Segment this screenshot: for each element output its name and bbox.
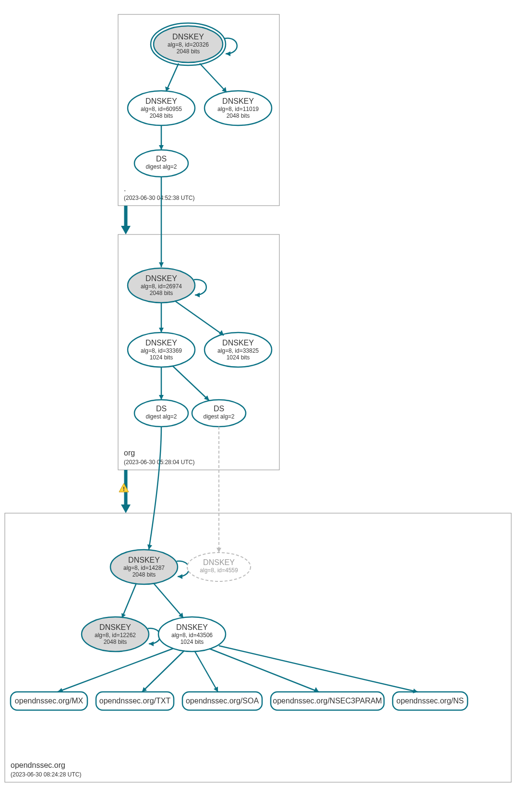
node-org-ds2-l1: digest alg=2	[203, 413, 234, 420]
node-leaf-ghost[interactable]: DNSKEY alg=8, id=4559	[187, 553, 251, 581]
edge-org-ksk-self	[194, 280, 206, 295]
rrset-txt[interactable]: opendnssec.org/TXT	[96, 692, 174, 710]
node-leaf-zskg-l1: alg=8, id=12262	[95, 632, 136, 639]
node-org-ds1-title: DS	[156, 405, 167, 413]
node-root-ksk-l1: alg=8, id=20326	[168, 41, 209, 48]
node-org-zsk-33825[interactable]: DNSKEY alg=8, id=33825 1024 bits	[204, 332, 272, 367]
edge-zsk-soa	[195, 652, 218, 692]
arrow-rootds-orgksk	[159, 262, 164, 267]
node-org-zsk1-title: DNSKEY	[145, 339, 177, 347]
arrow-org-ksk-self	[195, 293, 200, 297]
edge-rootksk-zsk2	[200, 63, 227, 92]
rrset-txt-label: opendnssec.org/TXT	[99, 697, 171, 705]
node-root-zsk-11019[interactable]: DNSKEY alg=8, id=11019 2048 bits	[204, 91, 272, 125]
node-leaf-zskg-title: DNSKEY	[99, 623, 131, 631]
svg-text:!: !	[123, 486, 125, 492]
node-leaf-ksk-l1: alg=8, id=14287	[123, 565, 165, 571]
node-root-ksk-title: DNSKEY	[172, 33, 204, 41]
edge-zsk-nsec	[209, 649, 319, 692]
node-leaf-zsk-12262[interactable]: DNSKEY alg=8, id=12262 2048 bits	[82, 617, 149, 652]
node-leaf-ksk[interactable]: DNSKEY alg=8, id=14287 2048 bits	[110, 550, 178, 584]
rrset-ns-label: opendnssec.org/NS	[397, 697, 464, 705]
node-org-zsk2-title: DNSKEY	[222, 339, 254, 347]
arrow-orgds1-leafksk	[147, 544, 152, 550]
rrset-nsec3param[interactable]: opendnssec.org/NSEC3PARAM	[271, 692, 384, 710]
node-leaf-ghost-title: DNSKEY	[203, 558, 235, 566]
rrset-mx-label: opendnssec.org/MX	[15, 697, 84, 705]
edge-rootksk-zsk1	[166, 63, 179, 91]
node-root-ds-l1: digest alg=2	[145, 163, 177, 170]
node-org-ksk[interactable]: DNSKEY alg=8, id=26974 2048 bits	[128, 268, 195, 303]
node-org-zsk-33369[interactable]: DNSKEY alg=8, id=33369 1024 bits	[128, 332, 195, 367]
node-leaf-zsk-l1: alg=8, id=43506	[171, 632, 213, 639]
arrow-orgzsk1-ds1	[159, 395, 164, 400]
edge-leafksk-zsk	[154, 583, 183, 618]
node-leaf-zsk-43506[interactable]: DNSKEY alg=8, id=43506 1024 bits	[158, 617, 226, 652]
arrow-org-to-leaf-deleg	[121, 504, 131, 513]
node-org-ds2-title: DS	[214, 405, 224, 413]
node-root-zsk2-l2: 2048 bits	[227, 112, 250, 119]
node-leaf-zsk-l2: 1024 bits	[180, 639, 204, 645]
node-root-ksk[interactable]: DNSKEY alg=8, id=20326 2048 bits	[151, 23, 226, 65]
arrow-root-to-org-deleg	[121, 226, 131, 234]
edge-orgksk-zsk2	[175, 301, 224, 335]
zone-root-timestamp: (2023-06-30 04:52:38 UTC)	[124, 195, 194, 201]
arrow-leaf-ksk-self	[178, 574, 182, 579]
node-root-ds-title: DS	[156, 155, 167, 163]
node-org-ds2[interactable]: DS digest alg=2	[192, 400, 246, 427]
node-root-zsk-60955[interactable]: DNSKEY alg=8, id=60955 2048 bits	[128, 91, 195, 125]
zone-leaf-timestamp: (2023-06-30 08:24:28 UTC)	[11, 771, 81, 778]
node-org-zsk2-l1: alg=8, id=33825	[217, 347, 259, 354]
node-leaf-ksk-title: DNSKEY	[128, 556, 160, 564]
edge-orgds1-leafksk	[149, 427, 161, 550]
arrow-orgds2-ghost	[216, 548, 221, 553]
node-root-ksk-l2: 2048 bits	[177, 48, 200, 55]
node-root-zsk2-title: DNSKEY	[222, 97, 254, 105]
arrow-rootzsk1-ds	[159, 145, 164, 150]
edge-leafksk-zskg	[122, 583, 136, 618]
node-org-ksk-l1: alg=8, id=26974	[141, 283, 182, 290]
node-leaf-ksk-l2: 2048 bits	[132, 571, 156, 578]
rrset-mx[interactable]: opendnssec.org/MX	[11, 692, 87, 710]
edge-zsk-ns	[219, 646, 418, 692]
arrow-root-ksk-self	[226, 51, 230, 56]
zone-leaf-label: opendnssec.org	[11, 761, 65, 769]
node-leaf-zskg-l2: 2048 bits	[104, 639, 127, 645]
node-org-zsk1-l2: 1024 bits	[150, 354, 173, 361]
arrow-zsk-nsec	[314, 687, 319, 692]
arrow-orgksk-zsk1	[159, 328, 164, 332]
node-leaf-ghost-l1: alg=8, id=4559	[200, 567, 238, 574]
rrset-nsec-label: opendnssec.org/NSEC3PARAM	[273, 697, 382, 705]
zone-org-label: org	[124, 449, 135, 457]
node-org-ksk-title: DNSKEY	[145, 274, 177, 283]
node-org-ds1[interactable]: DS digest alg=2	[134, 400, 188, 427]
node-leaf-zsk-title: DNSKEY	[176, 623, 208, 631]
node-org-ds1-l1: digest alg=2	[145, 413, 177, 420]
node-root-zsk2-l1: alg=8, id=11019	[217, 106, 259, 112]
node-root-zsk1-l2: 2048 bits	[150, 112, 173, 119]
node-org-ksk-l2: 2048 bits	[150, 290, 173, 296]
zone-root-label: .	[124, 185, 126, 193]
zone-leaf-box	[5, 513, 511, 782]
rrset-soa-label: opendnssec.org/SOA	[186, 697, 259, 705]
edge-root-ksk-self	[225, 38, 237, 54]
node-root-ds[interactable]: DS digest alg=2	[134, 150, 188, 177]
arrow-leaf-zskg-self	[149, 641, 154, 646]
node-root-zsk1-l1: alg=8, id=60955	[141, 106, 182, 112]
edge-zsk-mx	[58, 649, 173, 692]
rrset-ns[interactable]: opendnssec.org/NS	[393, 692, 468, 710]
edge-orgzsk1-ds2	[173, 366, 209, 401]
node-root-zsk1-title: DNSKEY	[145, 97, 177, 105]
rrset-soa[interactable]: opendnssec.org/SOA	[182, 692, 262, 710]
edge-zsk-txt	[142, 651, 184, 692]
node-org-zsk1-l1: alg=8, id=33369	[141, 347, 182, 354]
node-org-zsk2-l2: 1024 bits	[227, 354, 250, 361]
